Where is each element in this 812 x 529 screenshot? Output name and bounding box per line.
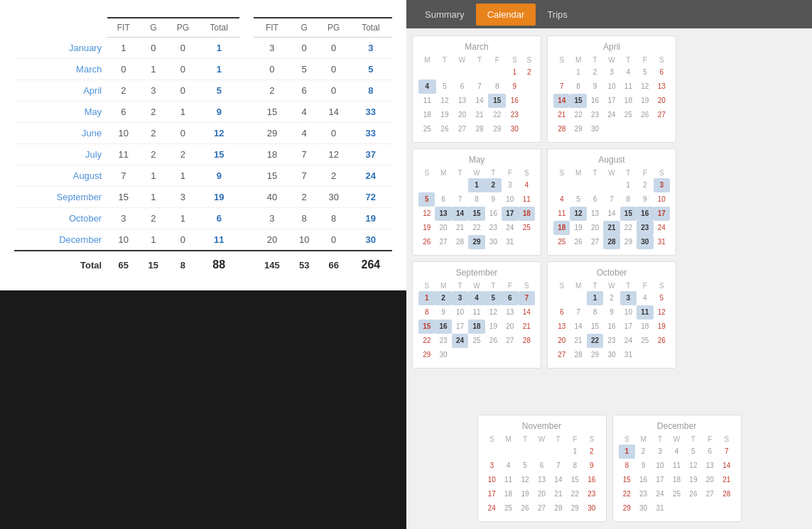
calendar-day-cell[interactable]: 17: [654, 207, 670, 221]
calendar-day-cell[interactable]: 25: [468, 334, 485, 348]
calendar-day-cell[interactable]: 3: [452, 291, 468, 305]
calendar-day-cell[interactable]: 23: [506, 108, 524, 122]
calendar-day-cell[interactable]: 28: [603, 235, 619, 249]
calendar-day-cell[interactable]: 6: [534, 459, 550, 473]
calendar-day-cell[interactable]: 9: [485, 192, 502, 207]
calendar-day-cell[interactable]: 25: [553, 235, 570, 249]
calendar-day-cell[interactable]: 22: [570, 108, 586, 122]
calendar-day-cell[interactable]: 1: [506, 65, 524, 80]
calendar-day-cell[interactable]: 29: [468, 235, 485, 249]
calendar-day-cell[interactable]: 30: [637, 235, 653, 249]
calendar-day-cell[interactable]: 22: [587, 334, 603, 348]
calendar-day-cell[interactable]: 6: [587, 192, 603, 207]
calendar-day-cell[interactable]: 21: [550, 487, 566, 501]
calendar-day-cell[interactable]: 16: [583, 473, 600, 487]
calendar-day-cell[interactable]: 17: [620, 320, 637, 334]
calendar-day-cell[interactable]: 21: [718, 473, 735, 487]
calendar-day-cell[interactable]: 29: [418, 348, 435, 362]
calendar-day-cell[interactable]: 11: [620, 80, 637, 94]
calendar-day-cell[interactable]: 20: [587, 221, 603, 235]
calendar-day-cell[interactable]: 22: [620, 221, 637, 235]
calendar-day-cell[interactable]: 29: [570, 122, 586, 136]
calendar-day-cell[interactable]: 5: [436, 80, 454, 94]
calendar-day-cell[interactable]: 6: [702, 445, 718, 459]
calendar-day-cell[interactable]: 27: [553, 348, 570, 362]
calendar-day-cell[interactable]: 4: [519, 178, 535, 192]
calendar-day-cell[interactable]: 9: [635, 459, 651, 473]
calendar-day-cell[interactable]: 19: [436, 108, 454, 122]
calendar-day-cell[interactable]: 26: [654, 334, 670, 348]
calendar-day-cell[interactable]: 4: [468, 291, 485, 305]
calendar-day-cell[interactable]: 3: [502, 178, 518, 192]
calendar-day-cell[interactable]: 19: [570, 221, 586, 235]
calendar-day-cell[interactable]: 19: [654, 320, 670, 334]
calendar-day-cell[interactable]: 29: [620, 235, 637, 249]
calendar-day-cell[interactable]: 7: [550, 459, 566, 473]
calendar-day-cell[interactable]: 7: [452, 192, 468, 207]
calendar-day-cell[interactable]: 20: [502, 320, 518, 334]
calendar-day-cell[interactable]: 2: [435, 291, 451, 305]
calendar-day-cell[interactable]: 7: [570, 305, 586, 320]
calendar-day-cell[interactable]: 15: [418, 320, 435, 334]
calendar-day-cell[interactable]: 5: [637, 65, 653, 80]
calendar-day-cell[interactable]: 18: [637, 320, 653, 334]
calendar-day-cell[interactable]: 2: [603, 291, 619, 305]
calendar-day-cell[interactable]: 20: [534, 487, 550, 501]
calendar-day-cell[interactable]: 13: [435, 207, 451, 221]
calendar-day-cell[interactable]: 6: [435, 192, 451, 207]
calendar-day-cell[interactable]: 30: [587, 122, 603, 136]
calendar-day-cell[interactable]: 9: [587, 80, 603, 94]
calendar-day-cell[interactable]: 15: [488, 94, 506, 108]
calendar-day-cell[interactable]: 30: [583, 501, 600, 516]
calendar-day-cell[interactable]: 12: [436, 94, 454, 108]
calendar-day-cell[interactable]: 31: [620, 348, 637, 362]
calendar-day-cell[interactable]: 14: [519, 305, 535, 320]
calendar-day-cell[interactable]: 13: [553, 320, 570, 334]
calendar-day-cell[interactable]: 18: [620, 94, 637, 108]
calendar-day-cell[interactable]: 31: [651, 501, 668, 516]
calendar-day-cell[interactable]: 18: [519, 207, 535, 221]
calendar-day-cell[interactable]: 17: [651, 473, 668, 487]
calendar-day-cell[interactable]: 4: [668, 445, 685, 459]
calendar-day-cell[interactable]: 13: [453, 94, 471, 108]
calendar-day-cell[interactable]: 28: [553, 122, 570, 136]
calendar-day-cell[interactable]: 21: [452, 221, 468, 235]
tab-calendar[interactable]: Calendar: [476, 4, 536, 26]
calendar-day-cell[interactable]: 20: [435, 221, 451, 235]
calendar-day-cell[interactable]: 22: [567, 487, 583, 501]
calendar-day-cell[interactable]: 15: [567, 473, 583, 487]
calendar-day-cell[interactable]: 26: [436, 122, 454, 136]
calendar-day-cell[interactable]: 18: [500, 487, 516, 501]
calendar-day-cell[interactable]: 2: [635, 445, 651, 459]
calendar-day-cell[interactable]: 5: [485, 291, 502, 305]
calendar-day-cell[interactable]: 25: [668, 487, 685, 501]
tab-trips[interactable]: Trips: [536, 4, 578, 26]
calendar-day-cell[interactable]: 30: [635, 501, 651, 516]
calendar-day-cell[interactable]: 4: [637, 291, 653, 305]
calendar-day-cell[interactable]: 13: [502, 305, 518, 320]
calendar-day-cell[interactable]: 10: [452, 305, 468, 320]
calendar-day-cell[interactable]: 19: [637, 94, 653, 108]
calendar-day-cell[interactable]: 31: [654, 235, 670, 249]
calendar-day-cell[interactable]: 26: [516, 501, 533, 516]
calendar-day-cell[interactable]: 25: [637, 334, 653, 348]
calendar-day-cell[interactable]: 17: [452, 320, 468, 334]
calendar-day-cell[interactable]: 17: [484, 487, 500, 501]
calendar-day-cell[interactable]: 11: [500, 473, 516, 487]
calendar-day-cell[interactable]: 25: [620, 108, 637, 122]
calendar-day-cell[interactable]: 16: [506, 94, 524, 108]
calendar-day-cell[interactable]: 29: [587, 348, 603, 362]
calendar-day-cell[interactable]: 29: [619, 501, 635, 516]
calendar-day-cell[interactable]: 3: [484, 459, 500, 473]
calendar-day-cell[interactable]: 27: [654, 108, 670, 122]
calendar-day-cell[interactable]: 22: [468, 221, 485, 235]
calendar-day-cell[interactable]: 14: [553, 94, 570, 108]
calendar-day-cell[interactable]: 5: [570, 192, 586, 207]
calendar-day-cell[interactable]: 27: [587, 235, 603, 249]
calendar-day-cell[interactable]: 20: [453, 108, 471, 122]
calendar-day-cell[interactable]: 28: [452, 235, 468, 249]
calendar-day-cell[interactable]: 1: [587, 291, 603, 305]
calendar-day-cell[interactable]: 28: [570, 348, 586, 362]
calendar-day-cell[interactable]: 7: [718, 445, 735, 459]
tab-summary[interactable]: Summary: [413, 4, 476, 26]
